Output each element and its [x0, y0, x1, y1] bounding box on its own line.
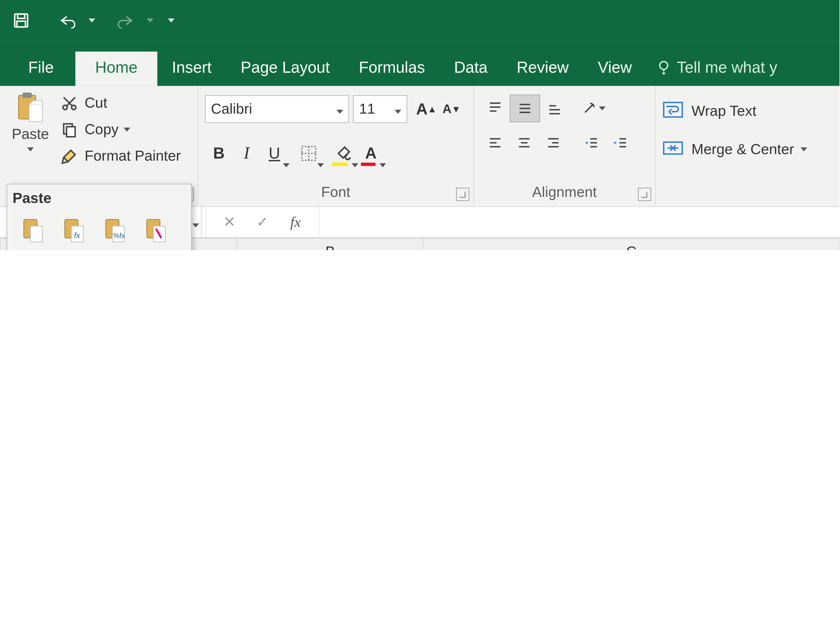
merge-center-button[interactable]: Merge & Center — [662, 132, 833, 167]
paste-options-popup: Paste fx %fx Paste Values 123 %123 123 O… — [6, 184, 192, 250]
qat-customize-dropdown[interactable] — [165, 19, 177, 22]
group-wrap-merge: Wrap Text Merge & Center — [656, 86, 840, 205]
group-font-label: Font — [199, 184, 473, 201]
copy-icon — [60, 120, 79, 140]
align-right-button[interactable] — [538, 129, 568, 156]
italic-button[interactable]: I — [233, 139, 261, 167]
col-header-B[interactable]: B — [237, 238, 423, 250]
fill-color-button[interactable] — [329, 139, 357, 167]
svg-point-4 — [663, 73, 665, 74]
cut-label: Cut — [85, 95, 107, 112]
undo-button[interactable] — [51, 5, 83, 36]
font-size-value: 11 — [359, 101, 375, 118]
wrap-text-button[interactable]: Wrap Text — [662, 94, 833, 128]
tab-review[interactable]: Review — [502, 51, 583, 86]
paste-dropdown[interactable] — [27, 143, 33, 153]
paste-keep-source-button[interactable] — [138, 212, 174, 248]
align-bottom-button[interactable] — [540, 95, 569, 122]
formula-input[interactable] — [319, 207, 840, 237]
merge-center-label: Merge & Center — [692, 141, 794, 158]
svg-text:fx: fx — [74, 231, 81, 240]
save-button[interactable] — [5, 5, 37, 36]
font-name-value: Calibri — [211, 101, 252, 118]
fx-button[interactable]: fx — [279, 213, 312, 231]
increase-font-button[interactable]: A▲ — [414, 96, 439, 122]
format-painter-button[interactable]: Format Painter — [60, 143, 191, 169]
font-color-button[interactable]: A — [357, 139, 385, 167]
increase-indent-button[interactable] — [606, 129, 635, 156]
font-name-combo[interactable]: Calibri — [205, 95, 349, 123]
paintbrush-icon — [60, 146, 79, 166]
paste-formulas-number-button[interactable]: %fx — [97, 212, 133, 248]
col-header-C[interactable]: C — [423, 238, 839, 250]
svg-point-3 — [660, 62, 668, 69]
svg-rect-2 — [17, 21, 25, 27]
font-launcher[interactable] — [456, 188, 469, 201]
tab-formulas[interactable]: Formulas — [344, 51, 440, 86]
alignment-launcher[interactable] — [638, 188, 651, 201]
align-middle-button[interactable] — [510, 95, 540, 122]
underline-button[interactable]: U — [261, 139, 288, 167]
tab-view[interactable]: View — [583, 51, 647, 86]
paste-button[interactable]: Paste — [6, 90, 54, 174]
group-alignment: Alignment — [474, 86, 656, 205]
clipboard-icon — [14, 92, 46, 123]
tab-home[interactable]: Home — [75, 51, 157, 86]
format-painter-label: Format Painter — [85, 147, 181, 164]
redo-button[interactable] — [110, 5, 142, 36]
svg-rect-11 — [67, 127, 75, 137]
quick-access-toolbar — [0, 0, 840, 41]
tell-me-search[interactable]: Tell me what y — [647, 51, 783, 86]
group-alignment-label: Alignment — [474, 184, 655, 201]
wrap-text-icon — [662, 101, 685, 121]
cancel-formula-button[interactable]: ✕ — [213, 213, 246, 231]
group-font: Calibri 11 A▲ A▼ B I U A — [199, 86, 474, 205]
copy-label: Copy — [85, 121, 118, 138]
bold-button[interactable]: B — [205, 139, 233, 167]
undo-dropdown[interactable] — [86, 19, 98, 22]
tell-me-label: Tell me what y — [677, 58, 777, 77]
wrap-text-label: Wrap Text — [692, 103, 756, 120]
tab-data[interactable]: Data — [439, 51, 502, 86]
svg-rect-6 — [22, 93, 32, 98]
paste-all-button[interactable] — [15, 212, 51, 248]
merge-icon — [662, 139, 685, 159]
enter-formula-button[interactable]: ✓ — [246, 213, 279, 231]
decrease-font-button[interactable]: A▼ — [439, 96, 464, 122]
paste-section-header: Paste — [13, 190, 186, 207]
tab-page-layout[interactable]: Page Layout — [226, 51, 344, 86]
redo-dropdown[interactable] — [144, 19, 156, 22]
decrease-indent-button[interactable] — [577, 129, 606, 156]
svg-text:%fx: %fx — [113, 232, 125, 240]
paste-label: Paste — [12, 125, 49, 142]
svg-rect-7 — [29, 104, 42, 122]
paste-formulas-button[interactable]: fx — [56, 212, 92, 248]
orientation-button[interactable] — [578, 95, 608, 122]
svg-rect-13 — [663, 103, 682, 117]
borders-button[interactable] — [295, 139, 323, 167]
cut-button[interactable]: Cut — [60, 90, 191, 116]
font-size-combo[interactable]: 11 — [353, 95, 407, 123]
align-top-button[interactable] — [480, 95, 510, 122]
scissors-icon — [60, 93, 79, 113]
svg-rect-1 — [17, 14, 25, 18]
ribbon-tabs: File Home Insert Page Layout Formulas Da… — [0, 41, 840, 86]
tab-file[interactable]: File — [6, 51, 75, 86]
align-center-button[interactable] — [510, 129, 538, 156]
copy-button[interactable]: Copy — [60, 116, 191, 143]
copy-dropdown[interactable] — [124, 128, 131, 131]
align-left-button[interactable] — [480, 129, 510, 156]
merge-dropdown[interactable] — [801, 147, 807, 152]
tab-insert[interactable]: Insert — [157, 51, 226, 86]
svg-rect-16 — [30, 226, 42, 242]
